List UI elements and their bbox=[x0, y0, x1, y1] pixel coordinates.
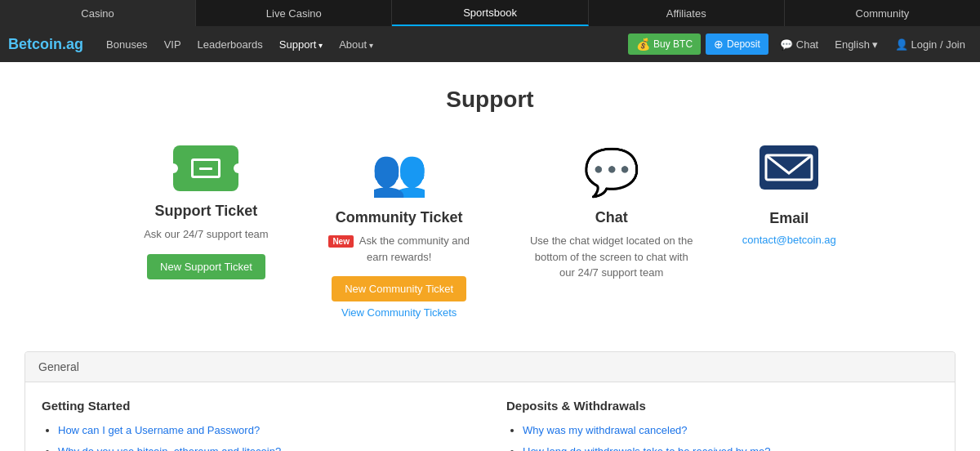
nav-about[interactable]: About bbox=[332, 35, 380, 54]
nav-leaderboards[interactable]: Leaderboards bbox=[191, 35, 270, 54]
nav-vip[interactable]: VIP bbox=[158, 35, 188, 54]
email-icon bbox=[760, 145, 818, 200]
new-support-ticket-button[interactable]: New Support Ticket bbox=[147, 254, 265, 279]
nav-right-actions: 💰 Buy BTC ⊕ Deposit 💬 Chat English ▾ 👤 L… bbox=[628, 33, 972, 55]
list-item: Why was my withdrawal canceled? bbox=[523, 422, 938, 439]
community-desc: New Ask the community and earn rewards! bbox=[318, 233, 481, 265]
nav-support[interactable]: Support bbox=[273, 35, 329, 54]
user-icon: 👤 bbox=[895, 38, 908, 51]
top-nav-casino[interactable]: Casino bbox=[0, 0, 196, 26]
nav-bonuses[interactable]: Bonuses bbox=[100, 35, 154, 54]
ticket-desc: Ask our 24/7 support team bbox=[144, 226, 268, 243]
deposit-button[interactable]: ⊕ Deposit bbox=[706, 33, 768, 55]
community-icon: 👥 bbox=[371, 145, 428, 199]
buy-btc-button[interactable]: 💰 Buy BTC bbox=[628, 33, 701, 55]
deposits-withdrawals-column: Deposits & Withdrawals Why was my withdr… bbox=[506, 399, 938, 451]
support-options: Support Ticket Ask our 24/7 support team… bbox=[16, 137, 964, 327]
main-navigation: Betcoin.ag Bonuses VIP Leaderboards Supp… bbox=[0, 26, 980, 62]
general-content: Getting Started How can I get a Username… bbox=[25, 382, 955, 451]
main-content: Support Support Ticket Ask our 24/7 supp… bbox=[0, 62, 980, 451]
nav-links: Bonuses VIP Leaderboards Support About bbox=[100, 35, 628, 54]
faq-link[interactable]: Why was my withdrawal canceled? bbox=[523, 424, 688, 436]
chat-title: Chat bbox=[595, 209, 628, 226]
top-navigation: Casino Live Casino Sportsbook Affiliates… bbox=[0, 0, 980, 26]
faq-link[interactable]: How long do withdrawals take to be recei… bbox=[523, 445, 771, 452]
deposits-withdrawals-list: Why was my withdrawal canceled? How long… bbox=[506, 422, 938, 451]
faq-link[interactable]: Why do you use bitcoin, ethereum and lit… bbox=[58, 445, 281, 452]
list-item: How can I get a Username and Password? bbox=[58, 422, 474, 439]
deposits-withdrawals-title: Deposits & Withdrawals bbox=[506, 399, 938, 413]
login-button[interactable]: 👤 Login / Join bbox=[889, 35, 973, 54]
email-title: Email bbox=[769, 210, 808, 227]
list-item: Why do you use bitcoin, ethereum and lit… bbox=[58, 444, 474, 452]
chat-icon: 💬 bbox=[780, 38, 793, 51]
top-nav-community[interactable]: Community bbox=[785, 0, 980, 26]
new-badge: New bbox=[328, 235, 354, 248]
getting-started-list: How can I get a Username and Password? W… bbox=[42, 422, 474, 451]
page-title: Support bbox=[16, 87, 964, 113]
top-nav-affiliates[interactable]: Affiliates bbox=[589, 0, 785, 26]
top-nav-sportsbook[interactable]: Sportsbook bbox=[392, 0, 588, 26]
community-ticket-option: 👥 Community Ticket New Ask the community… bbox=[318, 145, 481, 319]
ticket-title: Support Ticket bbox=[155, 203, 258, 220]
community-title: Community Ticket bbox=[336, 209, 463, 226]
language-selector[interactable]: English ▾ bbox=[830, 35, 883, 54]
site-logo[interactable]: Betcoin.ag bbox=[8, 36, 83, 53]
view-community-tickets-link[interactable]: View Community Tickets bbox=[341, 306, 457, 319]
getting-started-title: Getting Started bbox=[42, 399, 474, 413]
chat-bubble-icon: 💬 bbox=[583, 145, 640, 199]
chat-button[interactable]: 💬 Chat bbox=[773, 35, 825, 54]
chat-option: 💬 Chat Use the chat widget located on th… bbox=[530, 145, 693, 319]
general-section: General Getting Started How can I get a … bbox=[24, 351, 956, 451]
getting-started-column: Getting Started How can I get a Username… bbox=[42, 399, 474, 451]
email-option: Email contact@betcoin.ag bbox=[742, 145, 836, 319]
support-ticket-option: Support Ticket Ask our 24/7 support team… bbox=[144, 145, 268, 319]
faq-link[interactable]: How can I get a Username and Password? bbox=[58, 424, 260, 436]
general-section-header: General bbox=[25, 352, 955, 382]
ticket-icon bbox=[173, 145, 238, 191]
chat-desc: Use the chat widget located on the botto… bbox=[530, 233, 693, 281]
list-item: How long do withdrawals take to be recei… bbox=[523, 444, 938, 452]
svg-rect-0 bbox=[760, 145, 818, 190]
new-community-ticket-button[interactable]: New Community Ticket bbox=[332, 276, 466, 301]
email-address-link[interactable]: contact@betcoin.ag bbox=[742, 234, 836, 246]
top-nav-live-casino[interactable]: Live Casino bbox=[196, 0, 392, 26]
